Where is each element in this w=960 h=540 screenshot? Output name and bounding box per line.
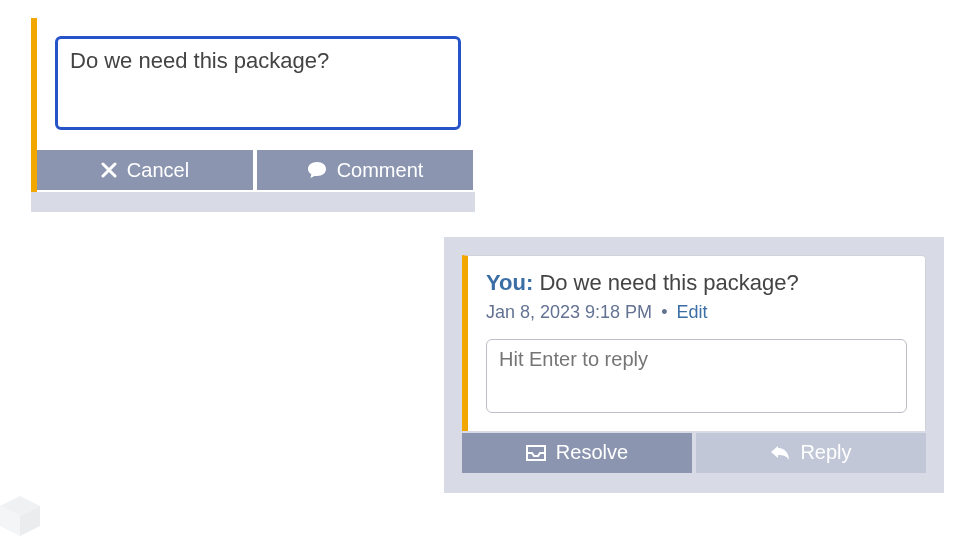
thread-button-row: Resolve Reply	[462, 433, 926, 473]
reply-textarea[interactable]	[486, 339, 907, 413]
meta-separator: •	[661, 302, 667, 322]
comment-thread-panel: You: Do we need this package? Jan 8, 202…	[462, 255, 926, 431]
resolve-button-label: Resolve	[556, 441, 628, 464]
reply-icon	[770, 445, 790, 461]
comment-icon	[307, 161, 327, 179]
resolve-button[interactable]: Resolve	[462, 433, 692, 473]
reply-button[interactable]: Reply	[696, 433, 926, 473]
comment-meta: Jan 8, 2023 9:18 PM • Edit	[486, 302, 907, 323]
cancel-button[interactable]: Cancel	[37, 150, 253, 190]
comment-button[interactable]: Comment	[257, 150, 473, 190]
close-icon	[101, 162, 117, 178]
compose-panel: Cancel Comment	[31, 18, 475, 192]
compose-textarea[interactable]	[55, 36, 461, 130]
cancel-button-label: Cancel	[127, 159, 189, 182]
comment-timestamp: Jan 8, 2023 9:18 PM	[486, 302, 652, 322]
compose-button-row: Cancel Comment	[37, 150, 475, 192]
reply-button-label: Reply	[800, 441, 851, 464]
comment-thread-backdrop: You: Do we need this package? Jan 8, 202…	[444, 237, 944, 493]
comment-button-label: Comment	[337, 159, 424, 182]
inbox-icon	[526, 445, 546, 461]
edit-link[interactable]: Edit	[676, 302, 707, 322]
comment-author: You:	[486, 270, 533, 295]
comment-text: Do we need this package?	[539, 270, 798, 295]
comment-line: You: Do we need this package?	[486, 268, 907, 298]
compose-panel-backdrop: Cancel Comment	[31, 18, 475, 212]
decorative-cube-icon	[0, 486, 58, 540]
